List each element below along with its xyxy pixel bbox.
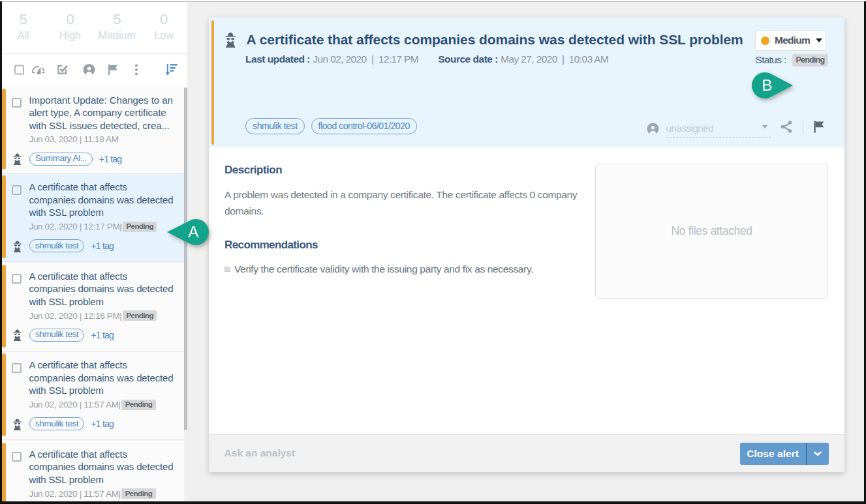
svg-text:B: B [762,76,772,94]
svg-text:A: A [188,223,199,241]
